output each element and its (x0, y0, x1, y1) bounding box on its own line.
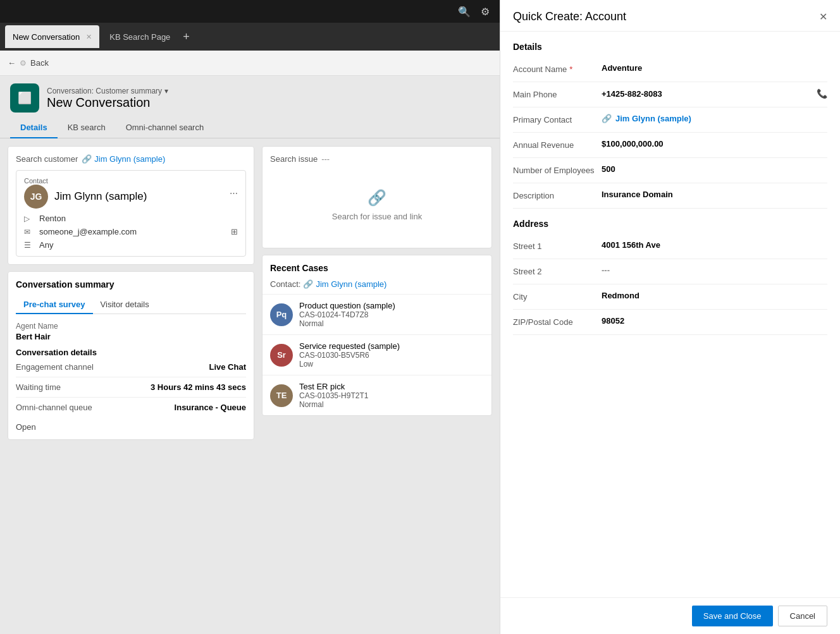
tab-new-conversation-label: New Conversation (13, 32, 80, 42)
summary-row-1: Waiting time 3 Hours 42 mins 43 secs (16, 382, 246, 398)
save-and-close-button[interactable]: Save and Close (692, 606, 773, 626)
status-open: Open (16, 422, 246, 432)
settings-icon[interactable]: ⚙ (481, 6, 490, 18)
back-arrow-icon: ← (8, 58, 16, 68)
panel-body: Details Account Name * Adventure Main Ph… (500, 32, 840, 597)
label-street1: Street 1 (513, 240, 602, 251)
summary-row-0: Engagement channel Live Chat (16, 362, 246, 377)
case-name-2: Test ER pick (299, 382, 484, 391)
field-description: Description Insurance Domain (513, 183, 827, 209)
contact-link-icon2: 🔗 (602, 114, 612, 123)
tab-kb-search-inner[interactable]: KB search (58, 118, 116, 138)
case-avatar-0: Pq (270, 303, 293, 326)
back-button[interactable]: ← ⚙ Back (8, 58, 49, 68)
panel-close-button[interactable]: ✕ (819, 11, 827, 23)
dropdown-icon[interactable]: ▾ (164, 87, 168, 95)
contact-card: Contact JG Jim Glynn (sample) ⋯ (16, 170, 246, 257)
back-label: ⚙ (20, 59, 27, 68)
required-star-account: * (569, 64, 572, 74)
field-annual-revenue: Annual Revenue $100,000,000.00 (513, 133, 827, 158)
email-icon: ✉ (24, 228, 34, 236)
conversation-subtitle: Conversation: Customer summary ▾ (47, 87, 168, 95)
primary-contact-link[interactable]: Jim Glynn (sample) (615, 114, 691, 123)
tab-add-button[interactable]: + (183, 30, 190, 44)
contact-location-row: ▷ Renton (24, 214, 238, 223)
conversation-summary-card: Conversation summary Pre-chat survey Vis… (8, 271, 254, 440)
recent-cases-title: Recent Cases (262, 255, 491, 277)
case-info-2: Test ER pick CAS-01035-H9T2T1 Normal (299, 382, 484, 409)
agent-name-field: Agent Name Bert Hair (16, 322, 246, 341)
value-description: Insurance Domain (602, 190, 827, 199)
tab-new-conversation-close[interactable]: ✕ (86, 33, 92, 41)
cancel-button[interactable]: Cancel (778, 606, 827, 626)
recent-cases-contact-link[interactable]: Jim Glynn (sample) (316, 279, 386, 289)
summary-tabs: Pre-chat survey Visitor details (16, 296, 246, 314)
contact-type-row: ☰ Any (24, 240, 238, 250)
case-item-0: Pq Product question (sample) CAS-01024-T… (262, 295, 491, 335)
case-name-1: Service requested (sample) (299, 341, 484, 351)
summary-tab-prechat[interactable]: Pre-chat survey (16, 296, 93, 314)
right-column: Search issue --- 🔗 Search for issue and … (262, 146, 492, 634)
tab-new-conversation[interactable]: New Conversation ✕ (5, 25, 99, 48)
panel-title: Quick Create: Account (513, 10, 626, 23)
contact-options-icon[interactable]: ⋯ (230, 188, 238, 198)
link-icon: 🔗 (368, 189, 386, 207)
case-priority-0: Normal (299, 319, 484, 328)
case-avatar-1: Sr (270, 344, 293, 367)
contact-name-group: Contact JG Jim Glynn (sample) (24, 177, 147, 209)
left-panel: 🔍 ⚙ New Conversation ✕ KB Search Page + … (0, 0, 500, 634)
case-name-0: Product question (sample) (299, 301, 484, 310)
label-city: City (513, 291, 602, 302)
recent-cases-card: Recent Cases Contact: 🔗 Jim Glynn (sampl… (262, 255, 492, 416)
label-main-phone: Main Phone (513, 88, 602, 99)
email-action-icon[interactable]: ⊞ (231, 227, 238, 236)
inner-tabs: Details KB search Omni-channel search (0, 118, 500, 138)
search-issue-dashes: --- (321, 154, 330, 164)
summary-tab-visitor[interactable]: Visitor details (93, 296, 157, 314)
field-zip: ZIP/Postal Code 98052 (513, 310, 827, 335)
phone-icon: 📞 (817, 88, 827, 99)
search-icon[interactable]: 🔍 (458, 6, 471, 18)
search-customer-row: Search customer 🔗 Jim Glynn (sample) (16, 154, 246, 164)
value-main-phone: +1425-882-8083 📞 (602, 88, 827, 99)
tab-omni-channel[interactable]: Omni-channel search (116, 118, 214, 138)
case-id-2: CAS-01035-H9T2T1 (299, 391, 484, 400)
field-street2: Street 2 --- (513, 259, 827, 284)
tab-details[interactable]: Details (10, 118, 58, 138)
value-street2: --- (602, 265, 827, 275)
value-account-name[interactable]: Adventure (602, 63, 827, 73)
contact-avatar: JG (24, 185, 48, 209)
contact-name-row: JG Jim Glynn (sample) (24, 185, 147, 209)
search-customer-card: Search customer 🔗 Jim Glynn (sample) Con… (8, 146, 254, 265)
tab-bar: New Conversation ✕ KB Search Page + (0, 23, 500, 51)
recent-cases-contact: Contact: 🔗 Jim Glynn (sample) (262, 277, 491, 295)
search-issue-card: Search issue --- 🔗 Search for issue and … (262, 146, 492, 248)
label-annual-revenue: Annual Revenue (513, 139, 602, 150)
label-street2: Street 2 (513, 265, 602, 276)
contact-label: Contact (24, 177, 147, 185)
tab-kb-search[interactable]: KB Search Page (102, 25, 178, 48)
avatar-icon: ⬜ (18, 91, 32, 105)
search-issue-label: Search issue (270, 154, 318, 164)
case-icon: 🔗 (303, 279, 313, 289)
case-avatar-2: TE (270, 384, 293, 407)
value-zip: 98052 (602, 316, 827, 326)
field-street1: Street 1 4001 156th Ave (513, 234, 827, 259)
panel-footer: Save and Close Cancel (500, 597, 840, 634)
summary-rows: Engagement channel Live Chat Waiting tim… (16, 362, 246, 417)
search-customer-link[interactable]: 🔗 Jim Glynn (sample) (82, 154, 165, 164)
search-issue-empty: 🔗 Search for issue and link (270, 170, 484, 240)
field-city: City Redmond (513, 284, 827, 310)
case-info-1: Service requested (sample) CAS-01030-B5V… (299, 341, 484, 369)
field-account-name: Account Name * Adventure (513, 57, 827, 82)
summary-title: Conversation summary (16, 279, 246, 290)
label-description: Description (513, 190, 602, 200)
value-annual-revenue: $100,000,000.00 (602, 139, 827, 149)
contact-details: ▷ Renton ✉ someone_j@example.com ⊞ ☰ Any (24, 214, 238, 250)
case-id-1: CAS-01030-B5V5R6 (299, 351, 484, 360)
quick-create-panel: Quick Create: Account ✕ Details Account … (500, 0, 840, 634)
value-street1: 4001 156th Ave (602, 240, 827, 250)
conversation-title-area: Conversation: Customer summary ▾ New Con… (47, 87, 168, 110)
search-issue-row: Search issue --- (270, 154, 484, 164)
conversation-title: New Conversation (47, 95, 168, 110)
